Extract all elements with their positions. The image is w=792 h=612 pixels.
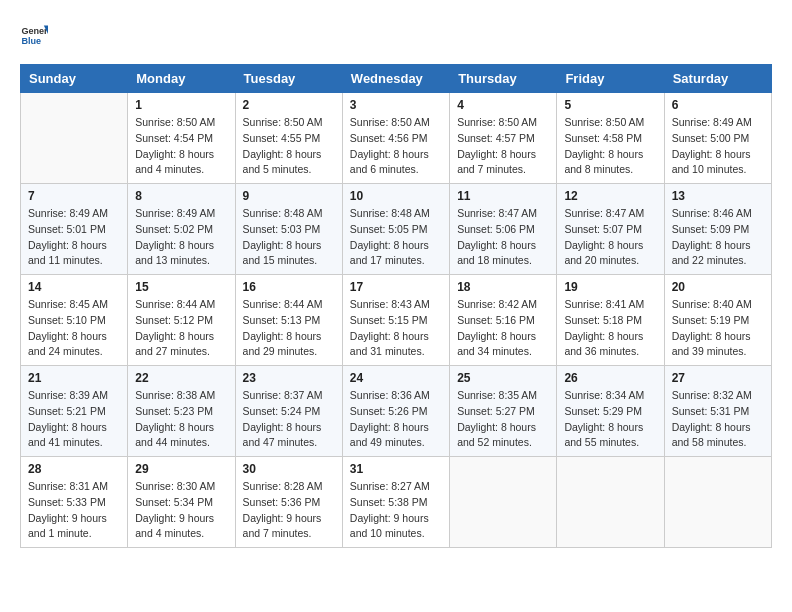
day-number: 9 [243,189,335,203]
calendar-cell: 16Sunrise: 8:44 AMSunset: 5:13 PMDayligh… [235,275,342,366]
sunset-text: Sunset: 5:05 PM [350,222,442,238]
calendar-cell: 1Sunrise: 8:50 AMSunset: 4:54 PMDaylight… [128,93,235,184]
sunset-text: Sunset: 4:55 PM [243,131,335,147]
sunset-text: Sunset: 5:26 PM [350,404,442,420]
calendar-cell [21,93,128,184]
sunrise-text: Sunrise: 8:49 AM [28,206,120,222]
daylight-text: Daylight: 8 hours and 18 minutes. [457,238,549,270]
day-number: 23 [243,371,335,385]
day-number: 20 [672,280,764,294]
sunset-text: Sunset: 5:24 PM [243,404,335,420]
sunset-text: Sunset: 5:09 PM [672,222,764,238]
day-number: 28 [28,462,120,476]
daylight-text: Daylight: 8 hours and 4 minutes. [135,147,227,179]
sunrise-text: Sunrise: 8:28 AM [243,479,335,495]
calendar-cell: 11Sunrise: 8:47 AMSunset: 5:06 PMDayligh… [450,184,557,275]
calendar-cell: 5Sunrise: 8:50 AMSunset: 4:58 PMDaylight… [557,93,664,184]
day-number: 30 [243,462,335,476]
sunset-text: Sunset: 5:38 PM [350,495,442,511]
week-row-4: 21Sunrise: 8:39 AMSunset: 5:21 PMDayligh… [21,366,772,457]
day-number: 21 [28,371,120,385]
sunset-text: Sunset: 5:18 PM [564,313,656,329]
sunset-text: Sunset: 5:31 PM [672,404,764,420]
sunrise-text: Sunrise: 8:32 AM [672,388,764,404]
daylight-text: Daylight: 8 hours and 29 minutes. [243,329,335,361]
sunrise-text: Sunrise: 8:45 AM [28,297,120,313]
day-number: 11 [457,189,549,203]
page-header: General Blue [20,20,772,48]
week-row-3: 14Sunrise: 8:45 AMSunset: 5:10 PMDayligh… [21,275,772,366]
svg-text:Blue: Blue [21,36,41,46]
sunrise-text: Sunrise: 8:36 AM [350,388,442,404]
sunset-text: Sunset: 5:15 PM [350,313,442,329]
sunrise-text: Sunrise: 8:34 AM [564,388,656,404]
sunset-text: Sunset: 5:01 PM [28,222,120,238]
sunset-text: Sunset: 5:06 PM [457,222,549,238]
daylight-text: Daylight: 8 hours and 47 minutes. [243,420,335,452]
sunrise-text: Sunrise: 8:48 AM [350,206,442,222]
day-number: 7 [28,189,120,203]
sunrise-text: Sunrise: 8:50 AM [243,115,335,131]
daylight-text: Daylight: 8 hours and 5 minutes. [243,147,335,179]
calendar-cell: 21Sunrise: 8:39 AMSunset: 5:21 PMDayligh… [21,366,128,457]
day-number: 27 [672,371,764,385]
daylight-text: Daylight: 8 hours and 44 minutes. [135,420,227,452]
day-header-tuesday: Tuesday [235,65,342,93]
sunrise-text: Sunrise: 8:40 AM [672,297,764,313]
calendar-cell: 23Sunrise: 8:37 AMSunset: 5:24 PMDayligh… [235,366,342,457]
calendar-cell [557,457,664,548]
day-number: 6 [672,98,764,112]
sunset-text: Sunset: 5:02 PM [135,222,227,238]
daylight-text: Daylight: 8 hours and 6 minutes. [350,147,442,179]
sunrise-text: Sunrise: 8:35 AM [457,388,549,404]
sunset-text: Sunset: 5:07 PM [564,222,656,238]
sunrise-text: Sunrise: 8:50 AM [350,115,442,131]
calendar-cell: 26Sunrise: 8:34 AMSunset: 5:29 PMDayligh… [557,366,664,457]
calendar-body: 1Sunrise: 8:50 AMSunset: 4:54 PMDaylight… [21,93,772,548]
sunrise-text: Sunrise: 8:48 AM [243,206,335,222]
sunset-text: Sunset: 5:00 PM [672,131,764,147]
sunrise-text: Sunrise: 8:50 AM [564,115,656,131]
daylight-text: Daylight: 8 hours and 15 minutes. [243,238,335,270]
sunset-text: Sunset: 5:23 PM [135,404,227,420]
sunset-text: Sunset: 5:33 PM [28,495,120,511]
daylight-text: Daylight: 8 hours and 8 minutes. [564,147,656,179]
logo: General Blue [20,20,48,48]
sunrise-text: Sunrise: 8:50 AM [457,115,549,131]
sunrise-text: Sunrise: 8:38 AM [135,388,227,404]
daylight-text: Daylight: 8 hours and 10 minutes. [672,147,764,179]
day-number: 5 [564,98,656,112]
calendar-cell: 6Sunrise: 8:49 AMSunset: 5:00 PMDaylight… [664,93,771,184]
sunrise-text: Sunrise: 8:44 AM [243,297,335,313]
sunset-text: Sunset: 4:54 PM [135,131,227,147]
calendar-cell: 9Sunrise: 8:48 AMSunset: 5:03 PMDaylight… [235,184,342,275]
sunrise-text: Sunrise: 8:42 AM [457,297,549,313]
calendar-cell: 28Sunrise: 8:31 AMSunset: 5:33 PMDayligh… [21,457,128,548]
day-number: 26 [564,371,656,385]
calendar-table: SundayMondayTuesdayWednesdayThursdayFrid… [20,64,772,548]
day-number: 17 [350,280,442,294]
day-number: 2 [243,98,335,112]
sunset-text: Sunset: 5:29 PM [564,404,656,420]
calendar-cell: 13Sunrise: 8:46 AMSunset: 5:09 PMDayligh… [664,184,771,275]
sunset-text: Sunset: 5:03 PM [243,222,335,238]
daylight-text: Daylight: 9 hours and 7 minutes. [243,511,335,543]
calendar-cell [664,457,771,548]
daylight-text: Daylight: 8 hours and 31 minutes. [350,329,442,361]
sunset-text: Sunset: 5:19 PM [672,313,764,329]
sunrise-text: Sunrise: 8:50 AM [135,115,227,131]
sunrise-text: Sunrise: 8:47 AM [564,206,656,222]
daylight-text: Daylight: 8 hours and 13 minutes. [135,238,227,270]
daylight-text: Daylight: 8 hours and 20 minutes. [564,238,656,270]
daylight-text: Daylight: 8 hours and 55 minutes. [564,420,656,452]
daylight-text: Daylight: 9 hours and 10 minutes. [350,511,442,543]
daylight-text: Daylight: 9 hours and 4 minutes. [135,511,227,543]
day-number: 25 [457,371,549,385]
calendar-cell: 17Sunrise: 8:43 AMSunset: 5:15 PMDayligh… [342,275,449,366]
week-row-2: 7Sunrise: 8:49 AMSunset: 5:01 PMDaylight… [21,184,772,275]
calendar-cell: 14Sunrise: 8:45 AMSunset: 5:10 PMDayligh… [21,275,128,366]
day-number: 3 [350,98,442,112]
calendar-cell: 3Sunrise: 8:50 AMSunset: 4:56 PMDaylight… [342,93,449,184]
calendar-cell: 7Sunrise: 8:49 AMSunset: 5:01 PMDaylight… [21,184,128,275]
sunrise-text: Sunrise: 8:39 AM [28,388,120,404]
